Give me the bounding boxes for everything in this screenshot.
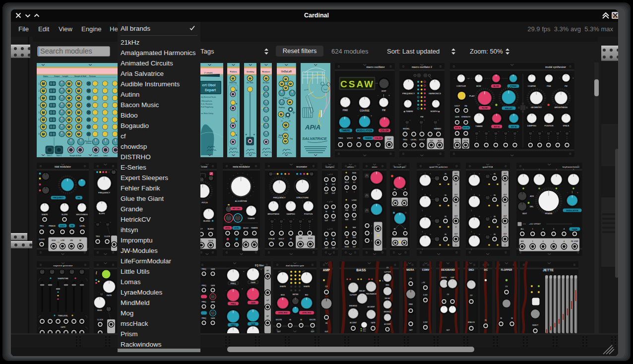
svg-text:∿: ∿ <box>346 191 348 193</box>
svg-text:EXCITE: EXCITE <box>276 319 282 321</box>
svg-text:V/OCT: V/OCT <box>60 225 65 227</box>
svg-text:+: + <box>388 94 390 97</box>
svg-text:+: + <box>490 173 491 175</box>
svg-text:+: + <box>533 130 534 132</box>
svg-text:V/OCT: V/OCT <box>278 238 284 240</box>
svg-text:OUT: OUT <box>504 193 507 195</box>
svg-text:OUT: OUT <box>387 138 391 140</box>
svg-text:L: L <box>201 240 202 242</box>
svg-text:LP: LP <box>266 300 269 302</box>
svg-text:HARMO: HARMO <box>434 127 441 129</box>
svg-text:-: - <box>95 221 95 223</box>
svg-text:EDIT: EDIT <box>522 212 527 215</box>
svg-text:↕: ↕ <box>471 230 472 233</box>
svg-text:CV: CV <box>325 286 328 288</box>
svg-text:LEVEL MOD: LEVEL MOD <box>302 312 312 314</box>
svg-text:TIMBRE: TIMBRE <box>251 227 258 229</box>
svg-text:FLOPPER: FLOPPER <box>501 269 512 271</box>
svg-text:-: - <box>82 98 83 100</box>
svg-text:+: + <box>479 172 480 175</box>
svg-text:Gate 2: Gate 2 <box>57 154 62 156</box>
svg-text:ert Obol: ert Obol <box>202 83 216 87</box>
svg-text:JETTE: JETTE <box>543 268 554 272</box>
svg-text:LEVEL MOD: LEVEL MOD <box>278 312 288 314</box>
svg-text:DECAY: DECAY <box>359 290 366 292</box>
svg-text:↕: ↕ <box>422 230 423 233</box>
svg-text:GATE: GATE <box>61 326 65 328</box>
svg-text:↕: ↕ <box>471 208 472 211</box>
svg-text:-: - <box>72 134 73 136</box>
svg-text:GAIN: GAIN <box>211 268 215 270</box>
svg-text:STRENGTH: STRENGTH <box>461 116 471 118</box>
svg-text:2: 2 <box>543 228 544 230</box>
svg-text:+10V OFFSET: +10V OFFSET <box>529 223 541 225</box>
svg-text:↓: ↓ <box>422 187 423 190</box>
svg-text:-: - <box>98 84 99 86</box>
svg-text:2: 2 <box>543 240 544 242</box>
svg-text:2: 2 <box>371 233 372 235</box>
svg-text:-: - <box>82 127 83 129</box>
svg-text:FM: FM <box>71 225 73 227</box>
svg-text:UNI: UNI <box>70 239 73 241</box>
svg-text:OUT: OUT <box>454 215 457 217</box>
svg-text:OUT: OUT <box>454 193 457 195</box>
svg-text:OUT: OUT <box>324 220 328 222</box>
svg-text:MIO: MIO <box>305 294 309 296</box>
svg-text:BIAS: BIAS <box>97 309 102 311</box>
svg-text:TRIG: TRIG <box>403 139 407 141</box>
svg-text:PLAY: PLAY <box>469 95 475 97</box>
svg-text:HP: HP <box>266 315 269 317</box>
svg-text:ACCENT: ACCENT <box>384 323 391 325</box>
svg-text:-: - <box>555 130 556 132</box>
svg-text:OUT: OUT <box>409 329 413 331</box>
svg-text:Length: Length <box>63 75 68 77</box>
svg-text:-: - <box>108 127 109 129</box>
svg-text:+: + <box>479 215 480 217</box>
svg-text:SLOPE: SLOPE <box>62 213 68 215</box>
svg-text:BLOW: BLOW <box>494 85 500 87</box>
svg-text:SHAPE: SHAPE <box>280 286 286 288</box>
svg-text:1: 1 <box>532 228 533 230</box>
svg-text:STRUCTURE: STRUCTURE <box>296 196 309 198</box>
svg-text:(¼ sample): (¼ sample) <box>204 72 213 74</box>
svg-text:-: - <box>108 84 109 86</box>
svg-text:OUT R: OUT R <box>463 139 468 141</box>
svg-text:EXT IN: EXT IN <box>511 125 516 127</box>
svg-text:segment generator: segment generator <box>53 264 73 267</box>
svg-text:Output: Output <box>54 75 60 77</box>
svg-text:+: + <box>490 234 491 236</box>
svg-text:+: + <box>303 218 304 220</box>
svg-text:IN B: IN B <box>353 209 356 211</box>
svg-text:TRIG: TRIG <box>338 137 343 139</box>
svg-text:CONTOUR: CONTOUR <box>456 85 466 87</box>
svg-text:DECAY: DECAY <box>384 298 390 300</box>
svg-text:BI: BI <box>79 239 81 241</box>
svg-text:GAIN: GAIN <box>211 285 215 287</box>
svg-text:STRUM: STRUM <box>268 238 274 240</box>
svg-text:+: + <box>82 95 83 97</box>
svg-text:Sample & Hold: Sample & Hold <box>74 75 86 77</box>
svg-text:GAIN: GAIN <box>251 282 255 284</box>
svg-text:-: - <box>98 91 99 93</box>
svg-text:IN: IN <box>494 215 496 217</box>
svg-text:OUT: OUT <box>324 247 328 249</box>
svg-text:IN: IN <box>444 173 446 175</box>
svg-text:1: 1 <box>532 240 533 242</box>
svg-text:+: + <box>98 117 99 119</box>
svg-text:GATE: GATE <box>363 328 366 330</box>
svg-text:FM: FM <box>358 137 361 139</box>
svg-text:FM: FM <box>78 197 80 199</box>
svg-text:OUT R: OUT R <box>208 240 214 242</box>
svg-text:+: + <box>479 130 480 132</box>
svg-text:POSITION: POSITION <box>304 213 313 215</box>
svg-text:DAMPING: DAMPING <box>286 213 295 215</box>
svg-text:-: - <box>72 98 73 100</box>
svg-text:1: 1 <box>371 225 372 227</box>
svg-text:IN: IN <box>346 237 348 239</box>
svg-text:OUT: OUT <box>446 329 449 331</box>
svg-text:INJECT: INJECT <box>532 324 539 326</box>
svg-text:+: + <box>98 81 99 83</box>
svg-text:FREQ: FREQ <box>202 317 206 319</box>
svg-text:ODD: ODD <box>298 237 302 239</box>
svg-text:+: + <box>371 114 372 117</box>
